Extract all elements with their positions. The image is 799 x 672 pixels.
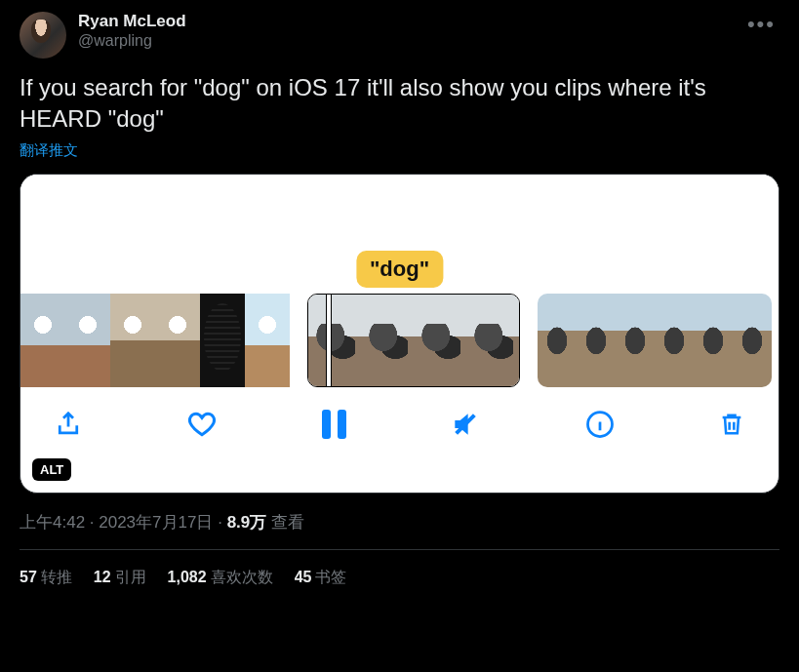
clip-thumb[interactable] xyxy=(110,294,155,387)
tweet-text: If you search for "dog" on iOS 17 it'll … xyxy=(20,72,779,136)
tweet-media[interactable]: "dog" xyxy=(20,174,779,494)
video-timeline[interactable] xyxy=(20,294,779,387)
retweets-label: 转推 xyxy=(41,569,72,585)
clip-group-active[interactable] xyxy=(307,294,520,387)
media-toolbar xyxy=(20,387,779,457)
more-icon[interactable]: ••• xyxy=(743,12,779,37)
caption-bubble: "dog" xyxy=(356,251,443,288)
clip-thumb[interactable] xyxy=(655,294,694,387)
clip-thumb[interactable] xyxy=(414,295,466,387)
clip-thumb[interactable] xyxy=(361,295,414,387)
clip-thumb[interactable] xyxy=(200,294,245,387)
retweets-count: 57 xyxy=(20,569,37,585)
quotes-count: 12 xyxy=(94,569,111,585)
mute-icon[interactable] xyxy=(450,409,481,440)
tweet-stats: 57转推 12引用 1,082喜欢次数 45书签 xyxy=(20,550,779,588)
share-icon[interactable] xyxy=(54,410,83,439)
heart-icon[interactable] xyxy=(186,409,218,440)
retweets-stat[interactable]: 57转推 xyxy=(20,568,72,588)
clip-thumb[interactable] xyxy=(308,295,361,387)
clip-group[interactable] xyxy=(20,294,290,387)
pause-icon[interactable] xyxy=(322,410,346,439)
clip-thumb[interactable] xyxy=(538,294,577,387)
views-label: 查看 xyxy=(271,513,304,532)
clip-thumb[interactable] xyxy=(466,295,519,387)
playhead[interactable] xyxy=(326,294,332,387)
avatar[interactable] xyxy=(20,12,66,59)
display-name: Ryan McLeod xyxy=(78,12,743,31)
views-count: 8.9万 xyxy=(227,513,267,532)
timestamp: 上午4:42 · 2023年7月17日 xyxy=(20,513,213,532)
clip-thumb[interactable] xyxy=(694,294,733,387)
likes-label: 喜欢次数 xyxy=(211,569,273,585)
tweet-meta[interactable]: 上午4:42 · 2023年7月17日 · 8.9万 查看 xyxy=(20,511,779,534)
clip-thumb[interactable] xyxy=(245,294,290,387)
handle: @warpling xyxy=(78,32,743,50)
quotes-stat[interactable]: 12引用 xyxy=(94,568,146,588)
bookmarks-count: 45 xyxy=(295,569,312,585)
clip-thumb[interactable] xyxy=(155,294,200,387)
author-block[interactable]: Ryan McLeod @warpling xyxy=(78,12,743,50)
likes-count: 1,082 xyxy=(168,569,207,585)
tweet-header: Ryan McLeod @warpling ••• xyxy=(20,12,779,59)
bookmarks-label: 书签 xyxy=(315,569,346,585)
trash-icon[interactable] xyxy=(718,410,745,439)
clip-thumb[interactable] xyxy=(20,294,65,387)
quotes-label: 引用 xyxy=(115,569,146,585)
media-preview-area: "dog" xyxy=(20,175,779,294)
clip-thumb[interactable] xyxy=(65,294,110,387)
info-icon[interactable] xyxy=(585,410,615,439)
clip-thumb[interactable] xyxy=(616,294,655,387)
likes-stat[interactable]: 1,082喜欢次数 xyxy=(168,568,273,588)
clip-thumb[interactable] xyxy=(733,294,772,387)
clip-group[interactable] xyxy=(538,294,772,387)
translate-link[interactable]: 翻译推文 xyxy=(20,141,78,160)
bookmarks-stat[interactable]: 45书签 xyxy=(295,568,347,588)
alt-badge[interactable]: ALT xyxy=(32,458,71,481)
tweet: Ryan McLeod @warpling ••• If you search … xyxy=(0,0,799,600)
clip-thumb[interactable] xyxy=(577,294,616,387)
